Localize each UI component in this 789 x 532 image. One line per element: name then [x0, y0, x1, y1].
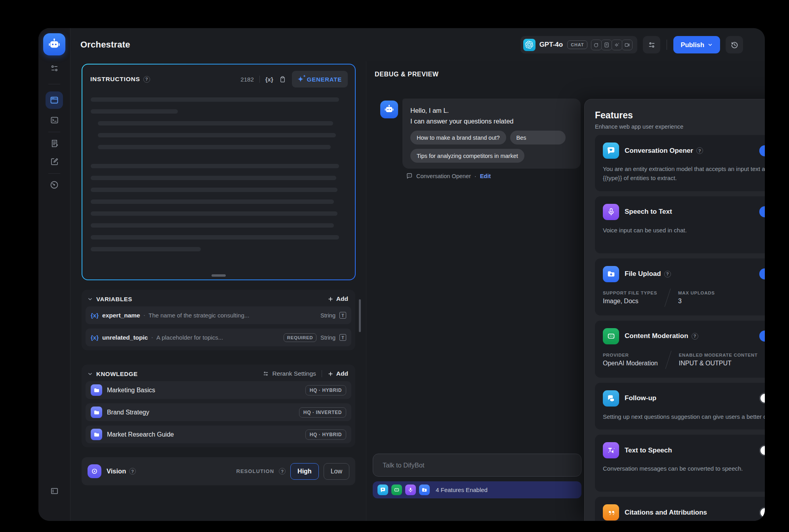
chevron-down-icon	[707, 42, 713, 48]
add-knowledge-button[interactable]: Add	[328, 370, 348, 377]
folder-upload-icon	[603, 266, 619, 282]
generate-button[interactable]: ✦ GENERATE	[292, 71, 348, 87]
variable-row[interactable]: {x} unrelated_topic · A placeholder for …	[86, 329, 351, 346]
add-variable-button[interactable]: Add	[328, 295, 348, 302]
file-upload-mini-icon	[419, 484, 430, 495]
feature-toggle[interactable]	[759, 145, 765, 156]
feature-card-file-upload: File Upload ? SUPPORT FILE TYPES Image, …	[595, 258, 765, 315]
chevron-down-icon[interactable]	[87, 371, 93, 377]
instructions-panel[interactable]: INSTRUCTIONS ? 2182 {x} ✦ GENERATE	[82, 64, 356, 280]
model-selector[interactable]: GPT-4o CHAT	[520, 36, 638, 53]
feature-toggle[interactable]	[759, 206, 765, 217]
greeting-line: Hello, I am L.	[410, 105, 573, 116]
feature-stats: PROVIDER OpenAI Moderation ENABLED MODER…	[603, 350, 765, 369]
chat-heart-icon	[603, 142, 619, 159]
variable-name: expert_name	[102, 312, 140, 319]
actions-divider	[322, 370, 322, 377]
variable-row[interactable]: {x} expert_name · The name of the strate…	[86, 306, 351, 324]
copy-clipboard-icon[interactable]	[279, 76, 286, 83]
text-to-speech-icon	[603, 442, 619, 458]
dot-separator: ·	[143, 312, 145, 319]
variable-name: unrelated_topic	[102, 334, 148, 341]
sidebar-item-terminal[interactable]	[50, 115, 59, 125]
header-controls: GPT-4o CHAT	[520, 36, 743, 53]
collapse-sidebar-icon[interactable]	[50, 486, 59, 496]
help-icon[interactable]: ?	[143, 76, 150, 83]
orchestrate-settings-icon[interactable]	[50, 63, 59, 73]
instructions-title: INSTRUCTIONS	[90, 76, 140, 83]
resize-drag-handle[interactable]	[212, 274, 226, 277]
insert-variable-icon[interactable]: {x}	[265, 76, 273, 83]
chat-input[interactable]	[373, 454, 581, 477]
variable-icon: {x}	[91, 312, 99, 319]
stat-label: MAX UPLOADS	[678, 291, 715, 295]
sidebar-item-orchestrate-active[interactable]	[46, 91, 63, 109]
model-parameters-button[interactable]	[643, 36, 660, 53]
feature-title: Citations and Attributions	[625, 509, 707, 517]
stat-value: INPUT & OUTPUT	[679, 360, 758, 367]
help-icon[interactable]: ?	[664, 271, 671, 277]
knowledge-item[interactable]: Brand Strategy HQ · INVERTED	[86, 403, 351, 421]
feature-toggle[interactable]	[759, 507, 765, 518]
feature-toggle[interactable]	[759, 445, 765, 456]
feature-stats: SUPPORT FILE TYPES Image, Docs MAX UPLOA…	[603, 288, 765, 307]
version-history-button[interactable]	[726, 36, 743, 53]
quote-icon	[603, 504, 619, 521]
feature-toggle[interactable]	[759, 268, 765, 279]
knowledge-folder-icon	[91, 429, 102, 440]
publish-label: Publish	[680, 41, 704, 49]
sparkle-icon: ✦	[298, 76, 304, 83]
feature-card-citations: Citations and Attributions Show source d…	[595, 497, 765, 521]
feature-card-text-to-speech: Text to Speech Conversation messages can…	[595, 435, 765, 492]
stat-label: ENABLED MODERATE CONTENT	[679, 353, 758, 357]
model-name: GPT-4o	[539, 41, 563, 49]
knowledge-name: Marketing Basics	[107, 387, 155, 394]
required-badge: REQUIRED	[284, 333, 316, 342]
features-panel-subtitle: Enhance web app user experience	[595, 124, 683, 130]
feature-card-conversation-opener: Conversation Opener ? You are an entity …	[595, 135, 765, 191]
knowledge-item[interactable]: Marketing Basics HQ · HYBRID	[86, 381, 351, 399]
app-logo-robot-icon[interactable]	[43, 33, 65, 55]
feature-title: Speech to Text	[625, 208, 672, 216]
suggestion-chip[interactable]: How to make a brand stand out?	[410, 131, 506, 144]
chevron-down-icon[interactable]	[87, 296, 93, 302]
edit-opener-link[interactable]: Edit	[480, 173, 491, 179]
feature-toggle[interactable]	[759, 331, 765, 342]
sidebar-item-annotations[interactable]	[50, 157, 59, 166]
sidebar-item-logs[interactable]	[50, 139, 59, 148]
sidebar-item-monitoring[interactable]	[50, 180, 59, 190]
conversation-opener-mini-icon	[377, 484, 388, 495]
main-area: Orchestrate GPT-4o CHAT	[71, 28, 765, 521]
terminal-icon	[50, 116, 59, 125]
sliders-icon	[648, 41, 656, 49]
rerank-sliders-icon	[263, 370, 269, 377]
vision-label: Vision	[107, 467, 126, 475]
instructions-skeleton-text	[82, 87, 355, 251]
audio-capability-icon	[612, 40, 622, 50]
chat-bubbles-icon	[603, 390, 619, 407]
rerank-settings-button[interactable]: Rerank Settings	[263, 370, 316, 377]
resolution-low-button[interactable]: Low	[324, 463, 349, 480]
features-enabled-bar[interactable]: 4 Features Enabled	[373, 481, 581, 498]
knowledge-item[interactable]: Market Research Guide HQ · HYBRID	[86, 426, 351, 443]
feature-toggle[interactable]	[759, 393, 765, 404]
feature-description: Voice input can be used in chat.	[603, 226, 765, 235]
sidebar-divider	[48, 132, 60, 132]
vision-section: Vision ? RESOLUTION ? High Low	[82, 457, 355, 485]
model-mode-badge: CHAT	[567, 40, 587, 49]
help-icon[interactable]: ?	[129, 468, 136, 475]
knowledge-badge: HQ · HYBRID	[305, 385, 346, 395]
help-icon[interactable]: ?	[692, 333, 698, 340]
help-icon[interactable]: ?	[696, 147, 703, 154]
robot-icon	[48, 38, 61, 51]
scrollbar-thumb[interactable]	[359, 299, 361, 332]
suggestion-chip[interactable]: Bes	[510, 131, 566, 144]
variables-section: VARIABLES Add {x} expert_name · The name	[82, 290, 355, 350]
robot-icon	[384, 104, 394, 115]
add-label: Add	[336, 295, 348, 302]
resolution-high-button[interactable]: High	[290, 463, 319, 480]
suggestion-chip[interactable]: Tips for analyzing competitors in market	[410, 149, 524, 163]
character-count: 2182	[240, 76, 253, 83]
publish-button[interactable]: Publish	[673, 36, 720, 53]
help-icon[interactable]: ?	[279, 468, 286, 475]
